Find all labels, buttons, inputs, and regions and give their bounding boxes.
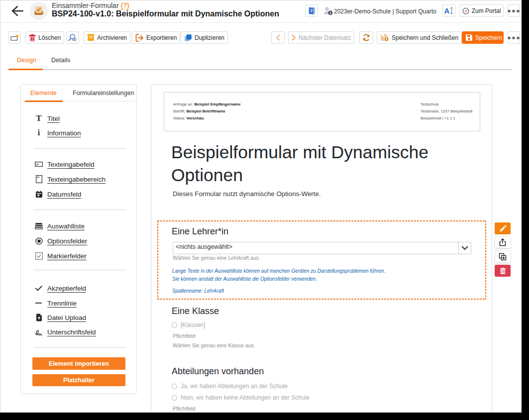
svg-text:ab: ab [37, 176, 40, 179]
svg-text:?: ? [310, 8, 313, 13]
svg-text:ab: ab [36, 163, 39, 166]
